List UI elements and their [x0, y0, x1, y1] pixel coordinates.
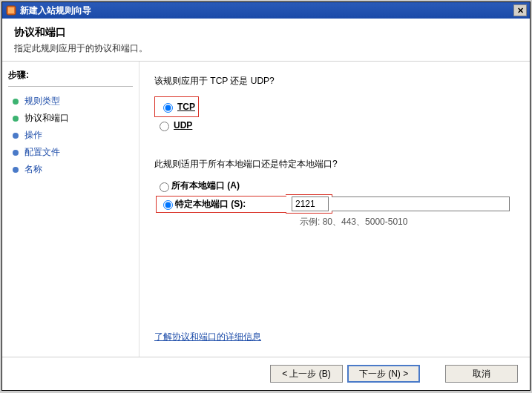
- svg-rect-1: [8, 7, 14, 13]
- step-action[interactable]: 操作: [8, 127, 133, 144]
- app-icon: [5, 4, 17, 16]
- radio-tcp[interactable]: [163, 103, 173, 113]
- radio-specific-ports-label: 特定本地端口 (S):: [175, 198, 286, 211]
- step-label: 操作: [24, 129, 42, 142]
- wizard-window: 新建入站规则向导 ✕ 协议和端口 指定此规则应用于的协议和端口。 步骤: 规则类…: [1, 1, 531, 391]
- body: 步骤: 规则类型 协议和端口 操作 配置文件 名称 该规: [2, 62, 530, 357]
- back-button[interactable]: < 上一步 (B): [270, 365, 343, 383]
- bullet-icon: [13, 167, 19, 173]
- ports-question: 此规则适用于所有本地端口还是特定本地端口?: [154, 158, 515, 171]
- radio-all-ports-label: 所有本地端口 (A): [171, 179, 240, 192]
- radio-udp-row: UDP: [154, 119, 515, 131]
- radio-all-ports[interactable]: [160, 182, 169, 192]
- titlebar: 新建入站规则向导 ✕: [2, 2, 530, 19]
- steps-sidebar: 步骤: 规则类型 协议和端口 操作 配置文件 名称: [2, 62, 139, 357]
- learn-more-link[interactable]: 了解协议和端口的详细信息: [154, 331, 261, 343]
- radio-tcp-label: TCP: [177, 102, 195, 112]
- step-label: 名称: [24, 163, 42, 176]
- step-profile[interactable]: 配置文件: [8, 144, 133, 161]
- bullet-icon: [13, 150, 19, 156]
- radio-udp[interactable]: [160, 122, 169, 131]
- bullet-icon: [13, 99, 19, 105]
- radio-udp-label: UDP: [174, 120, 192, 131]
- next-button[interactable]: 下一步 (N) >: [347, 365, 420, 383]
- radio-specific-ports[interactable]: [163, 200, 173, 210]
- page-subtitle: 指定此规则应用于的协议和端口。: [14, 42, 518, 55]
- footer-buttons: < 上一步 (B) 下一步 (N) > 取消: [2, 357, 530, 390]
- close-button[interactable]: ✕: [513, 4, 527, 16]
- content-pane: 该规则应用于 TCP 还是 UDP? TCP UDP 此规则适用于所有本地端口还…: [139, 62, 530, 357]
- radio-specific-row: 特定本地端口 (S):: [154, 194, 515, 214]
- step-label: 协议和端口: [24, 112, 69, 125]
- bullet-icon: [13, 116, 19, 122]
- radio-tcp-row: TCP: [158, 101, 195, 113]
- port-example-text: 示例: 80、443、5000-5010: [300, 216, 515, 228]
- cancel-button[interactable]: 取消: [445, 365, 518, 383]
- tcp-highlight: TCP: [154, 96, 199, 117]
- specific-port-highlight-right: [286, 194, 332, 214]
- step-name[interactable]: 名称: [8, 161, 133, 178]
- port-input[interactable]: [292, 196, 329, 211]
- radio-allports-row: 所有本地端口 (A): [154, 179, 515, 192]
- step-label: 配置文件: [24, 146, 60, 159]
- ports-section: 此规则适用于所有本地端口还是特定本地端口? 所有本地端口 (A) 特定本地端口 …: [154, 158, 515, 228]
- step-rule-type[interactable]: 规则类型: [8, 93, 133, 110]
- protocol-question: 该规则应用于 TCP 还是 UDP?: [154, 75, 515, 87]
- header-banner: 协议和端口 指定此规则应用于的协议和端口。: [2, 19, 530, 62]
- step-protocol-ports[interactable]: 协议和端口: [8, 110, 133, 127]
- specific-port-highlight-left: 特定本地端口 (S):: [156, 196, 286, 213]
- port-input-extend[interactable]: [332, 196, 510, 211]
- step-label: 规则类型: [24, 95, 60, 108]
- steps-heading: 步骤:: [8, 69, 133, 87]
- window-title: 新建入站规则向导: [20, 4, 91, 17]
- page-title: 协议和端口: [14, 26, 518, 39]
- bullet-icon: [13, 133, 19, 139]
